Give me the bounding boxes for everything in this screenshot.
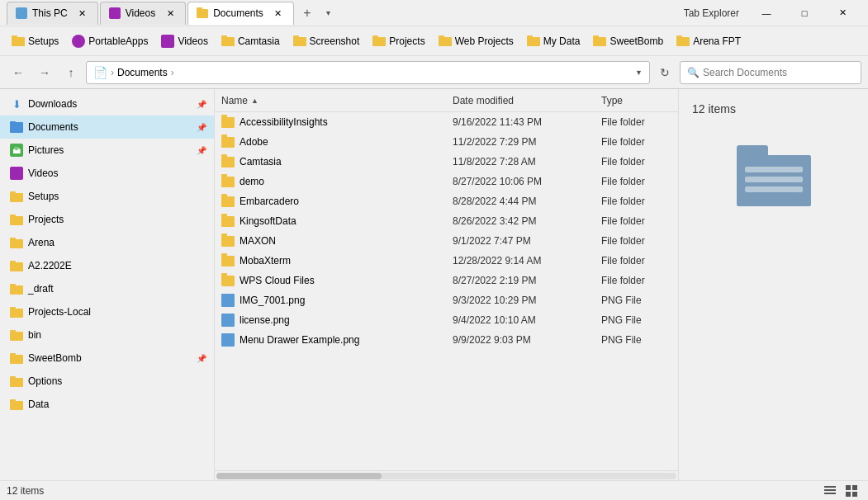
- close-button[interactable]: ✕: [823, 0, 861, 26]
- quick-access-bar: Setups PortableApps Videos Camtasia Scre…: [0, 26, 868, 56]
- tab-dropdown-button[interactable]: ▾: [320, 2, 337, 25]
- quick-videos[interactable]: Videos: [156, 31, 212, 51]
- sidebar-item-downloads[interactable]: ⬇ Downloads 📌: [0, 92, 214, 116]
- quick-screenshot[interactable]: Screenshot: [288, 32, 365, 50]
- table-row[interactable]: AccessibilityInsights 9/16/2022 11:43 PM…: [215, 112, 678, 132]
- details-count: 12 items: [692, 102, 736, 116]
- address-documents: Documents: [117, 67, 168, 78]
- quick-mydata-label: My Data: [543, 35, 581, 47]
- table-row[interactable]: MAXON 9/1/2022 7:47 PM File folder: [215, 231, 678, 251]
- folder-icon: [221, 196, 235, 207]
- sidebar-item-a22202e[interactable]: A2.2202E: [0, 254, 214, 277]
- search-box[interactable]: 🔍: [680, 61, 861, 84]
- sidebar-item-projects[interactable]: Projects: [0, 208, 214, 231]
- col-type-header[interactable]: Type: [601, 95, 671, 106]
- quick-webprojects[interactable]: Web Projects: [434, 32, 519, 50]
- sidebar-item-options[interactable]: Options: [0, 370, 214, 393]
- title-bar: This PC ✕ Videos ✕ Documents ✕ + ▾ Tab E…: [0, 0, 868, 26]
- file-date-cell: 11/8/2022 7:28 AM: [453, 156, 601, 167]
- file-date-cell: 9/16/2022 11:43 PM: [453, 116, 601, 128]
- tab-this-pc-label: This PC: [32, 7, 68, 19]
- tab-videos-close[interactable]: ✕: [164, 7, 177, 20]
- file-name-cell: Camtasia: [221, 156, 453, 167]
- table-row[interactable]: WPS Cloud Files 8/27/2022 2:19 PM File f…: [215, 271, 678, 290]
- sidebar-item-sweetbomb[interactable]: SweetBomb 📌: [0, 347, 214, 370]
- folder-icon: [221, 117, 235, 128]
- quick-camtasia[interactable]: Camtasia: [216, 32, 285, 50]
- quick-mydata[interactable]: My Data: [522, 32, 586, 50]
- quick-portableapps[interactable]: PortableApps: [67, 31, 153, 51]
- main-area: ⬇ Downloads 📌 Documents 📌 🏔 Pictures 📌 V…: [0, 89, 868, 480]
- file-date-cell: 9/4/2022 10:10 AM: [453, 314, 601, 326]
- details-folder-line2: [745, 177, 803, 182]
- quick-sweetbomb[interactable]: SweetBomb: [588, 32, 668, 50]
- quick-arenafpt[interactable]: Arena FPT: [671, 32, 746, 50]
- file-area: Name ▲ Date modified Type AccessibilityI…: [215, 89, 678, 480]
- table-row[interactable]: license.png 9/4/2022 10:10 AM PNG File: [215, 310, 678, 330]
- up-button[interactable]: ↑: [59, 61, 83, 84]
- mydata-icon: [527, 35, 540, 46]
- sidebar-item-data[interactable]: Data: [0, 393, 214, 416]
- quick-projects[interactable]: Projects: [368, 32, 429, 50]
- horizontal-scrollbar[interactable]: [215, 470, 678, 480]
- sidebar-item-arena[interactable]: Arena: [0, 231, 214, 254]
- file-type-cell: PNG File: [601, 295, 671, 306]
- sidebar-sweetbomb-label: SweetBomb: [28, 352, 191, 364]
- sidebar-pictures-label: Pictures: [28, 144, 191, 156]
- hscroll-track: [216, 473, 676, 479]
- refresh-button[interactable]: ↻: [653, 61, 676, 84]
- folder-icon: [221, 236, 235, 247]
- quick-camtasia-label: Camtasia: [238, 35, 280, 47]
- pin-pictures-icon: 📌: [196, 144, 207, 156]
- tab-this-pc[interactable]: This PC ✕: [7, 2, 98, 25]
- sidebar-item-pictures[interactable]: 🏔 Pictures 📌: [0, 139, 214, 162]
- hscroll-thumb[interactable]: [216, 473, 382, 479]
- tab-documents-close[interactable]: ✕: [272, 7, 285, 20]
- grid-view-button[interactable]: [842, 483, 861, 499]
- sidebar-docs-icon: [10, 121, 23, 133]
- svg-rect-3: [846, 485, 851, 490]
- tab-add-button[interactable]: +: [296, 2, 319, 25]
- tab-this-pc-close[interactable]: ✕: [76, 7, 89, 20]
- table-row[interactable]: Camtasia 11/8/2022 7:28 AM File folder: [215, 152, 678, 172]
- file-type-cell: File folder: [601, 196, 671, 207]
- sidebar-item-documents[interactable]: Documents 📌: [0, 116, 214, 139]
- sidebar-item-projects-local[interactable]: Projects-Local: [0, 300, 214, 323]
- sidebar-item-videos[interactable]: Videos: [0, 162, 214, 185]
- back-button[interactable]: ←: [7, 61, 30, 84]
- sidebar-setups-icon: [10, 191, 23, 202]
- quick-portableapps-label: PortableApps: [88, 35, 148, 47]
- file-type-cell: File folder: [601, 255, 671, 267]
- quick-setups[interactable]: Setups: [7, 32, 64, 50]
- table-row[interactable]: KingsoftData 8/26/2022 3:42 PM File fold…: [215, 211, 678, 231]
- sidebar-videos-icon: [10, 167, 23, 180]
- search-input[interactable]: [703, 67, 854, 78]
- table-row[interactable]: IMG_7001.png 9/3/2022 10:29 PM PNG File: [215, 290, 678, 310]
- webprojects-icon: [439, 35, 452, 46]
- address-bar[interactable]: 📄 › Documents › ▼: [86, 61, 650, 84]
- sidebar-item-draft[interactable]: _draft: [0, 277, 214, 300]
- table-row[interactable]: demo 8/27/2022 10:06 PM File folder: [215, 172, 678, 191]
- sidebar-draft-icon: [10, 284, 23, 295]
- file-name-cell: Adobe: [221, 136, 453, 148]
- sidebar-sweetbomb-icon: [10, 353, 23, 364]
- table-row[interactable]: Adobe 11/2/2022 7:29 PM File folder: [215, 132, 678, 152]
- col-name-header[interactable]: Name ▲: [221, 95, 453, 106]
- list-view-button[interactable]: [820, 483, 840, 499]
- file-date-cell: 8/28/2022 4:44 PM: [453, 196, 601, 207]
- maximize-button[interactable]: □: [785, 0, 823, 26]
- table-row[interactable]: Menu Drawer Example.png 9/9/2022 9:03 PM…: [215, 330, 678, 350]
- sidebar-item-bin[interactable]: bin: [0, 323, 214, 347]
- address-dropdown-icon[interactable]: ▼: [635, 68, 643, 77]
- tab-documents[interactable]: Documents ✕: [187, 2, 294, 25]
- sidebar-item-setups[interactable]: Setups: [0, 185, 214, 208]
- table-row[interactable]: Embarcadero 8/28/2022 4:44 PM File folde…: [215, 191, 678, 211]
- file-date-cell: 12/28/2022 9:14 AM: [453, 255, 601, 267]
- minimize-button[interactable]: —: [747, 0, 785, 26]
- forward-button[interactable]: →: [33, 61, 56, 84]
- col-date-header[interactable]: Date modified: [453, 95, 601, 106]
- folder-icon: [221, 216, 235, 227]
- tab-videos[interactable]: Videos ✕: [100, 2, 186, 25]
- table-row[interactable]: MobaXterm 12/28/2022 9:14 AM File folder: [215, 251, 678, 271]
- details-folder-line3: [745, 186, 803, 192]
